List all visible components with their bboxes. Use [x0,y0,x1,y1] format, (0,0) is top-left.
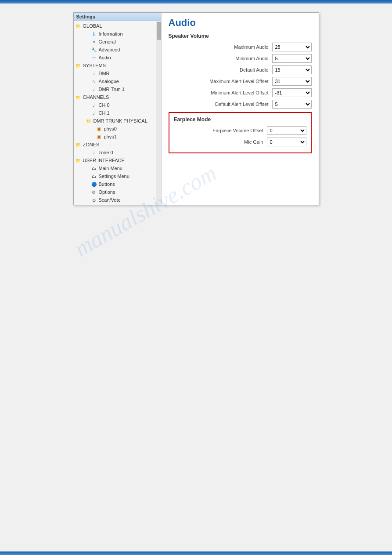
speaker-volume-title: Speaker Volume [169,33,312,39]
channel-icon: ♩ [90,86,97,93]
info-icon: ℹ [90,30,97,37]
tree-label-zones: ZONES [83,142,100,147]
earpiece-section: Earpiece Mode Earpiece Volume Offset 05-… [169,112,312,153]
tree-item-phys0[interactable]: ▣ phys0 [74,125,156,133]
zone-icon: ♩ [90,149,97,156]
tree-label-dmr-trun1: DMR Trun 1 [99,87,125,92]
tree-label-phys1: phys1 [104,134,117,139]
earpiece-mode-title: Earpiece Mode [174,116,306,123]
scrollbar-track[interactable] [156,21,161,205]
select-default-audio[interactable]: 1510205 [272,65,312,74]
folder-icon: 📁 [85,117,92,124]
tree-item-ch0[interactable]: ♩ CH 0 [74,101,156,109]
tree-label-user-interface: USER INTERFACE [83,158,125,163]
folder-sm-icon: 🗂 [90,165,97,172]
tree-item-buttons[interactable]: 🔵 Buttons [74,180,156,188]
folder-icon: 📁 [75,94,82,101]
select-default-alert[interactable]: 5100 [272,100,312,109]
scrollbar-thumb[interactable] [157,22,161,40]
tree-item-zones[interactable]: 📁 ZONES [74,141,156,149]
wave-icon: ∿ [90,78,97,85]
channel-icon: ♩ [90,109,97,116]
form-row-min-alert: Minimum Alert Level Offset -31-250 [169,88,312,97]
tree-label-dmr-trunk-physical: DMR TRUNK PHYSICAL [94,118,147,123]
gear-icon: ✦ [90,38,97,45]
label-mic-gain: Mic Gain [174,139,267,145]
form-row-max-alert: Maximum Alert Level Offset 3125200 [169,77,312,86]
tree-label-global: GLOBAL [83,23,102,29]
tree-label-dmr: DMR [99,71,110,76]
select-mic-gain[interactable]: 05-5 [267,138,306,146]
tree-item-information[interactable]: ℹ Information [74,30,156,38]
tree-item-general[interactable]: ✦ General [74,38,156,46]
wrench-icon: 🔧 [90,46,97,53]
tree-item-main-menu[interactable]: 🗂 Main Menu [74,164,156,172]
tree-scroll-area: 📁 GLOBAL ℹ Information [74,21,156,205]
phys-icon: ▣ [96,125,103,132]
button-icon: 🔵 [90,181,97,188]
tree-label-settings-menu: Settings Menu [99,174,129,179]
tree-item-audio[interactable]: 〰 Audio [74,54,156,62]
tree-item-scan-vote[interactable]: ⊙ Scan/Vote [74,196,156,204]
tree-item-zone0[interactable]: ♩ zone 0 [74,149,156,156]
label-default-audio: Default Audio [169,67,272,73]
label-max-alert: Maximum Alert Level Offset [169,79,272,84]
tree-label-general: General [99,39,116,44]
tree-body: 📁 GLOBAL ℹ Information [74,21,156,205]
scan-icon: ⊙ [90,196,97,203]
select-max-alert[interactable]: 3125200 [272,77,312,86]
tree-item-dmr-trunk-physical[interactable]: 📁 DMR TRUNK PHYSICAL [74,117,156,125]
form-row-min-audio: Minimum Audio 51015 [169,54,312,63]
tree-item-dmr[interactable]: ♩ DMR [74,69,156,77]
tree-label-buttons: Buttons [99,181,115,187]
label-default-alert: Default Alert Level Offset [169,102,272,107]
tree-item-systems[interactable]: 📁 SYSTEMS [74,62,156,69]
tree-label-scan-vote: Scan/Vote [99,197,121,203]
folder-icon: 📁 [75,157,82,164]
tree-label-audio: Audio [99,55,111,60]
label-max-audio: Maximum Audio [169,44,272,50]
tree-label-ch0: CH 0 [99,102,110,108]
content-panel: Audio Speaker Volume Maximum Audio 28252… [162,13,319,205]
bottom-bar [0,551,392,555]
tree-item-options[interactable]: ⚙ Options [74,188,156,196]
page-content: Settings 📁 GLOBAL ℹ [0,4,392,214]
tree-label-zone0: zone 0 [99,150,113,155]
wave-icon: 〰 [90,54,97,61]
label-min-audio: Minimum Audio [169,56,272,61]
form-row-default-alert: Default Alert Level Offset 5100 [169,100,312,109]
tree-panel: Settings 📁 GLOBAL ℹ [74,13,162,205]
tree-item-settings-menu[interactable]: 🗂 Settings Menu [74,172,156,180]
tree-item-user-interface[interactable]: 📁 USER INTERFACE [74,156,156,164]
tree-label-systems: SYSTEMS [83,63,106,68]
tree-item-advanced[interactable]: 🔧 Advanced [74,46,156,54]
tree-item-ch1[interactable]: ♩ CH 1 [74,109,156,117]
folder-icon: 📁 [75,22,82,29]
form-row-mic-gain: Mic Gain 05-5 [174,138,306,146]
folder-sm-icon: 🗂 [90,173,97,180]
tree-label-information: Information [99,31,123,36]
form-row-earpiece-volume: Earpiece Volume Offset 05-5 [174,126,306,135]
tree-item-analogue[interactable]: ∿ Analogue [74,77,156,85]
label-earpiece-volume: Earpiece Volume Offset [174,128,267,133]
select-earpiece-volume[interactable]: 05-5 [267,126,306,135]
select-min-alert[interactable]: -31-250 [272,88,312,97]
select-min-audio[interactable]: 51015 [272,54,312,63]
gear-icon: ⚙ [90,189,97,196]
label-min-alert: Minimum Alert Level Offset [169,90,272,95]
tree-label-phys0: phys0 [104,126,117,131]
tree-label-main-menu: Main Menu [99,166,122,171]
tree-item-channels[interactable]: 📁 CHANNELS [74,93,156,101]
tree-item-dmr-trun1[interactable]: ♩ DMR Trun 1 [74,85,156,93]
tree-item-phys1[interactable]: ▣ phys1 [74,133,156,141]
tree-label-analogue: Analogue [99,79,119,84]
channel-icon: ♩ [90,70,97,77]
top-bar [0,0,392,4]
tree-item-global[interactable]: 📁 GLOBAL [74,22,156,30]
tree-label-options: Options [99,189,115,195]
folder-icon: 📁 [75,62,82,69]
tree-label-ch1: CH 1 [99,110,110,116]
select-max-audio[interactable]: 28252015 [272,43,312,51]
channel-icon: ♩ [90,102,97,109]
tree-with-scroll: 📁 GLOBAL ℹ Information [74,21,161,205]
